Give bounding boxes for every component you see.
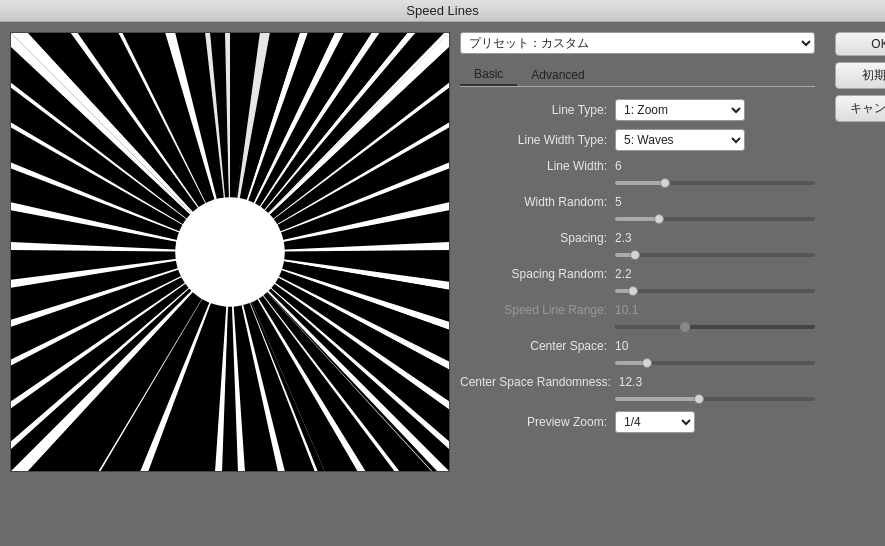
ok-button[interactable]: OK xyxy=(835,32,885,56)
spacing-slider[interactable] xyxy=(615,253,815,257)
line-type-select[interactable]: 1: Zoom2: Parallel3: Radial xyxy=(615,99,745,121)
svg-point-150 xyxy=(188,210,272,294)
line-width-type-select[interactable]: 5: Waves1: Normal2: Tapered xyxy=(615,129,745,151)
speed-line-range-label: Speed Line Range: xyxy=(460,303,615,317)
reset-button[interactable]: 初期化 xyxy=(835,62,885,89)
width-random-value: 5 xyxy=(615,195,655,209)
line-type-row: Line Type: 1: Zoom2: Parallel3: Radial xyxy=(460,99,815,121)
spacing-value: 2.3 xyxy=(615,231,655,245)
speed-line-range-value: 10.1 xyxy=(615,303,655,317)
controls-panel: プリセット：カスタム Basic Advanced Line Type: 1: … xyxy=(460,32,815,536)
line-width-type-row: Line Width Type: 5: Waves1: Normal2: Tap… xyxy=(460,129,815,151)
speed-line-range-slider-row xyxy=(460,325,815,329)
center-space-value: 10 xyxy=(615,339,655,353)
preview-zoom-label: Preview Zoom: xyxy=(460,415,615,429)
center-space-randomness-value: 12.3 xyxy=(619,375,659,389)
preview-zoom-row: Preview Zoom: 1/41/21/1 xyxy=(460,411,815,433)
width-random-slider[interactable] xyxy=(615,217,815,221)
line-width-row: Line Width: 6 xyxy=(460,159,815,173)
spacing-label: Spacing: xyxy=(460,231,615,245)
preview-canvas xyxy=(10,32,450,472)
tab-advanced[interactable]: Advanced xyxy=(517,64,598,86)
speed-line-range-slider xyxy=(615,325,815,329)
tabs: Basic Advanced xyxy=(460,64,815,87)
line-type-label: Line Type: xyxy=(460,103,615,117)
dialog-title: Speed Lines xyxy=(406,3,478,18)
line-width-label: Line Width: xyxy=(460,159,615,173)
spacing-row: Spacing: 2.3 xyxy=(460,231,815,245)
preset-row: プリセット：カスタム xyxy=(460,32,815,54)
center-space-slider-row xyxy=(460,361,815,365)
right-buttons: OK 初期化 キャンセル xyxy=(835,32,885,536)
spacing-random-slider[interactable] xyxy=(615,289,815,293)
preset-select[interactable]: プリセット：カスタム xyxy=(460,32,815,54)
line-width-value: 6 xyxy=(615,159,655,173)
width-random-row: Width Random: 5 xyxy=(460,195,815,209)
cancel-button[interactable]: キャンセル xyxy=(835,95,885,122)
speed-line-range-row: Speed Line Range: 10.1 xyxy=(460,303,815,317)
width-random-slider-row xyxy=(460,217,815,221)
center-space-randomness-label: Center Space Randomness: xyxy=(460,375,619,389)
preview-zoom-select[interactable]: 1/41/21/1 xyxy=(615,411,695,433)
spacing-random-row: Spacing Random: 2.2 xyxy=(460,267,815,281)
spacing-slider-row xyxy=(460,253,815,257)
tab-basic[interactable]: Basic xyxy=(460,64,517,86)
center-space-randomness-row: Center Space Randomness: 12.3 xyxy=(460,375,815,389)
spacing-random-label: Spacing Random: xyxy=(460,267,615,281)
line-width-type-label: Line Width Type: xyxy=(460,133,615,147)
line-width-slider-row xyxy=(460,181,815,185)
center-space-row: Center Space: 10 xyxy=(460,339,815,353)
spacing-random-value: 2.2 xyxy=(615,267,655,281)
spacing-random-slider-row xyxy=(460,289,815,293)
width-random-label: Width Random: xyxy=(460,195,615,209)
center-space-label: Center Space: xyxy=(460,339,615,353)
center-space-randomness-slider[interactable] xyxy=(615,397,815,401)
line-width-slider[interactable] xyxy=(615,181,815,185)
center-space-slider[interactable] xyxy=(615,361,815,365)
center-space-randomness-slider-row xyxy=(460,397,815,401)
